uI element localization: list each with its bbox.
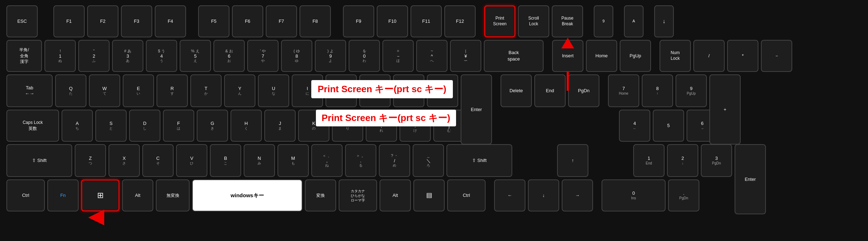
key-slash[interactable]: ? ・ / め [379, 144, 410, 177]
key-0[interactable]: を 0 わ [349, 40, 380, 72]
key-pgup[interactable]: PgUp [620, 40, 651, 72]
key-f5[interactable]: F5 [198, 5, 229, 37]
key-f6[interactable]: F6 [232, 5, 263, 37]
key-numpad-slash[interactable]: / [693, 40, 725, 72]
key-num2[interactable]: 2 ↓ [667, 144, 698, 177]
key-top-down[interactable]: ↓ [654, 5, 674, 37]
key-f[interactable]: F は [163, 110, 194, 142]
key-scroll-lock[interactable]: ScrollLock [518, 5, 549, 37]
key-f4[interactable]: F4 [155, 5, 186, 37]
key-fn[interactable]: Fn [47, 179, 79, 211]
key-f2[interactable]: F2 [87, 5, 118, 37]
key-6[interactable]: & お 6 お [213, 40, 245, 72]
key-enter[interactable]: Enter [461, 74, 492, 145]
key-h[interactable]: H く [231, 110, 262, 142]
key-b[interactable]: B こ [210, 144, 241, 177]
key-alt-left[interactable]: Alt [122, 179, 153, 211]
key-period[interactable]: ＞ 。 . る [345, 144, 376, 177]
key-alt-right[interactable]: Alt [380, 179, 411, 211]
key-insert[interactable]: Insert [552, 40, 583, 72]
key-caret[interactable]: ~ ^ へ [416, 40, 448, 72]
key-end[interactable]: End [534, 74, 566, 107]
key-tab[interactable]: Tab←→ [6, 74, 53, 107]
key-numpad-asterisk[interactable]: * [727, 40, 758, 72]
key-c[interactable]: C そ [142, 144, 174, 177]
key-minus[interactable]: = － ほ [382, 40, 414, 72]
key-num5[interactable]: 5 [653, 110, 684, 142]
key-pause-break[interactable]: PauseBreak [552, 5, 583, 37]
key-f9[interactable]: F9 [343, 5, 374, 37]
key-comma[interactable]: ＜ 、 , ね [311, 144, 343, 177]
key-8[interactable]: ( ゆ 8 ゆ [281, 40, 312, 72]
key-j[interactable]: J ま [264, 110, 296, 142]
key-e[interactable]: E い [123, 74, 154, 107]
key-num9[interactable]: 9 PgUp [676, 74, 707, 107]
key-katakana[interactable]: カタカナひらがなローマ字 [339, 179, 377, 211]
key-x[interactable]: X さ [108, 144, 140, 177]
key-g[interactable]: G き [197, 110, 228, 142]
key-num-lock[interactable]: NumLock [660, 40, 691, 72]
key-arrow-right[interactable]: → [562, 179, 593, 211]
key-muhenkan[interactable]: 無変換 [156, 179, 190, 211]
key-l[interactable]: L り [332, 110, 363, 142]
key-r[interactable]: R す [157, 74, 188, 107]
key-num-plus[interactable]: + [709, 74, 741, 145]
key-v[interactable]: V ひ [176, 144, 207, 177]
key-t[interactable]: T か [190, 74, 222, 107]
key-y[interactable]: Y ん [224, 74, 255, 107]
key-f1[interactable]: F1 [53, 5, 85, 37]
key-z[interactable]: Z つ [75, 144, 106, 177]
key-bracket-open[interactable]: { 「 [ ゜ [427, 74, 458, 107]
key-d[interactable]: D し [129, 110, 160, 142]
key-arrow-down[interactable]: ↓ [528, 179, 559, 211]
key-1[interactable]: ！ 1 ぬ [44, 40, 76, 72]
key-9[interactable]: ) よ 9 よ [315, 40, 346, 72]
key-home[interactable]: Home [586, 40, 617, 72]
key-k[interactable]: K の [298, 110, 329, 142]
key-f7[interactable]: F7 [266, 5, 297, 37]
key-s[interactable]: S と [95, 110, 127, 142]
key-num8[interactable]: 8 ↑ [642, 74, 673, 107]
key-num3[interactable]: 3 PgDn [701, 144, 732, 177]
key-bracket-close[interactable]: } 」 ] む [433, 110, 465, 142]
key-q[interactable]: Q た [55, 74, 86, 107]
key-numpad-top1[interactable]: 9 [594, 5, 613, 37]
key-backslash[interactable]: _ ＼ ろ [413, 144, 444, 177]
key-2[interactable]: " 2 ふ [78, 40, 110, 72]
key-yen[interactable]: | ¥ ー [450, 40, 481, 72]
key-ctrl-right[interactable]: Ctrl [447, 179, 486, 211]
key-f11[interactable]: F11 [411, 5, 442, 37]
key-space[interactable]: windowsキー [192, 179, 302, 211]
key-n[interactable]: N み [244, 144, 275, 177]
key-f12[interactable]: F12 [444, 5, 476, 37]
key-3[interactable]: # あ 3 あ [112, 40, 143, 72]
key-u[interactable]: U な [258, 74, 289, 107]
key-w[interactable]: W て [89, 74, 120, 107]
key-o[interactable]: O ら [326, 74, 357, 107]
key-f8[interactable]: F8 [300, 5, 331, 37]
key-num7[interactable]: 7 Home [608, 74, 639, 107]
key-4[interactable]: $ う 4 う [146, 40, 177, 72]
key-backspace[interactable]: Backspace [484, 40, 544, 72]
key-caps-lock[interactable]: Caps Lock英数 [6, 110, 59, 142]
key-ctrl-left[interactable]: Ctrl [6, 179, 45, 211]
key-delete[interactable]: Delete [501, 74, 532, 107]
key-numpad-minus[interactable]: － [761, 40, 792, 72]
key-num0[interactable]: 0 Ins [602, 179, 666, 211]
key-at[interactable]: ` @ ゛ [393, 74, 424, 107]
key-semicolon[interactable]: + ; れ [366, 110, 397, 142]
key-shift-right[interactable]: ⇧ Shift [446, 144, 512, 177]
key-colon[interactable]: * : け [399, 110, 431, 142]
key-pgdn[interactable]: PgDn [568, 74, 599, 107]
key-f3[interactable]: F3 [121, 5, 152, 37]
key-num4[interactable]: 4 ← [619, 110, 650, 142]
key-print-screen[interactable]: PrintScreen [484, 5, 515, 37]
key-5[interactable]: % え 5 え [180, 40, 211, 72]
key-hankaku[interactable]: 半角/全角漢字 [6, 40, 42, 72]
key-num-enter[interactable]: Enter [735, 144, 766, 214]
key-shift-left[interactable]: ⇧ Shift [6, 144, 72, 177]
key-p[interactable]: P せ [359, 74, 391, 107]
key-top-a[interactable]: A [624, 5, 644, 37]
key-arrow-left[interactable]: ← [494, 179, 525, 211]
key-henkan[interactable]: 変換 [305, 179, 336, 211]
